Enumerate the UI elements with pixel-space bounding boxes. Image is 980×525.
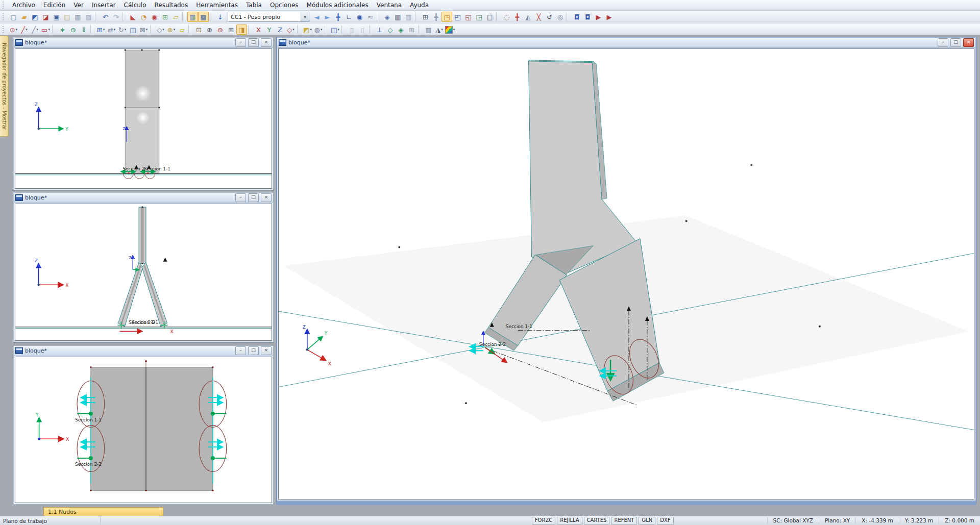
settings-icon[interactable]: ◎ [555, 12, 566, 22]
view-isometric-icon[interactable]: ◇▾ [285, 24, 296, 35]
minimize-button[interactable]: – [938, 38, 948, 47]
zoom-in-icon[interactable]: ⊕ [204, 24, 215, 35]
minimize-button[interactable]: – [235, 38, 246, 47]
zoom-out-icon[interactable]: ⊖ [215, 24, 226, 35]
result-grid-icon[interactable]: ▦ [403, 12, 414, 22]
measure-icon[interactable]: ∟ [344, 12, 354, 22]
menu-calculo[interactable]: Cálculo [120, 1, 151, 10]
tables-toggle-icon[interactable]: ▦ [187, 12, 198, 22]
new-window-icon[interactable]: ▱ [170, 12, 181, 22]
maximize-button[interactable]: □ [248, 346, 259, 355]
stretch-object-icon[interactable]: ⊠▾ [138, 24, 149, 35]
menu-archivo[interactable]: Archivo [8, 1, 39, 10]
maximize-button[interactable]: □ [248, 38, 259, 47]
pan-view-icon[interactable]: ⊞ [226, 24, 236, 35]
load-case-combobox[interactable]: CC1 - Peso propio ▾ [228, 12, 309, 22]
workplane-icon[interactable]: ◳ [442, 12, 452, 22]
view-along-x-icon[interactable]: X [253, 24, 264, 35]
save-icon[interactable]: ▣ [51, 12, 62, 22]
color-scale-icon[interactable]: ▾ [445, 24, 455, 35]
load-icon[interactable]: ⇓ [79, 24, 89, 35]
status-toggle-rejilla[interactable]: REJILLA [557, 517, 582, 524]
margins-icon[interactable]: ⊞ [406, 24, 417, 35]
insert-member-icon[interactable]: ╱▾ [30, 24, 40, 35]
crosshair-icon[interactable]: ╋ [512, 12, 523, 22]
solid-display-icon[interactable]: ◈ [396, 24, 406, 35]
window-title-bar[interactable]: bloque* – □ × [14, 193, 273, 203]
guides-icon[interactable]: ▤ [484, 12, 495, 22]
model-canvas-isometric[interactable]: Z Y X Seccion 1-1 Seccion 2-2 [278, 48, 974, 499]
support-arcs[interactable] [123, 173, 155, 179]
run-forward-1-icon[interactable]: ▶ [593, 12, 604, 22]
connect-members-icon[interactable]: ◇▾ [155, 24, 166, 35]
spin-icon[interactable]: ↺ [544, 12, 555, 22]
calculation-icon[interactable]: ╋ [333, 12, 344, 22]
menu-resultados[interactable]: Resultados [151, 1, 192, 10]
view-bookmark-1-icon[interactable]: ◘ [572, 12, 582, 22]
run-forward-2-icon[interactable]: ▶ [604, 12, 615, 22]
maximize-button[interactable]: □ [248, 193, 259, 202]
chevron-down-icon[interactable]: ▾ [301, 12, 309, 21]
close-button[interactable]: × [261, 193, 272, 202]
comment-icon[interactable]: ▱ [177, 24, 187, 35]
close-button[interactable]: × [963, 38, 974, 47]
layers-icon[interactable]: ◍▾ [313, 24, 324, 35]
view-bookmark-2-icon[interactable]: ◘ [582, 12, 593, 22]
print-preview-icon[interactable]: ▧ [83, 12, 94, 22]
plane-xz-icon[interactable]: ◲ [474, 12, 484, 22]
status-toggle-gln[interactable]: GLN [639, 517, 655, 524]
visibility-icon[interactable]: ◩▾ [302, 24, 313, 35]
status-toggle-cartes[interactable]: CARTES [584, 517, 610, 524]
status-toggle-dxf[interactable]: DXF [657, 517, 673, 524]
undo-icon[interactable]: ↶ [100, 12, 111, 22]
copy-object-icon[interactable]: ⊞▾ [95, 24, 106, 35]
status-toggle-refent[interactable]: REFENT [611, 517, 637, 524]
move-object-icon[interactable]: ⇄▾ [106, 24, 117, 35]
view-along-z-icon[interactable]: Z [275, 24, 285, 35]
background-icon[interactable]: ▨ [423, 24, 434, 35]
model-canvas-elevation[interactable]: Z X Z X Seccion 2-2 Seccion 1-1 [15, 204, 272, 341]
display-mode-icon[interactable]: ◫▾ [330, 24, 340, 35]
axes-display-icon[interactable]: ⊥ [374, 24, 385, 35]
grid-icon[interactable]: ⊞ [420, 12, 431, 22]
model-canvas-plan[interactable]: Y X Seccion 1-1 Seccion 2-2 [15, 357, 272, 503]
menu-modulos-adicionales[interactable]: Módulos adicionales [303, 1, 373, 10]
result-values-icon[interactable]: ◈ [382, 12, 393, 22]
clip-view-icon[interactable]: ▯ [357, 24, 368, 35]
window-title-bar[interactable]: bloque* – □ × [14, 346, 273, 356]
rotate-object-icon[interactable]: ↻▾ [117, 24, 128, 35]
loadcase-icon[interactable]: ↓ [215, 12, 226, 22]
snap-icon[interactable]: ╋ [431, 12, 442, 22]
close-button[interactable]: × [261, 346, 272, 355]
rotate-view-icon[interactable]: ◉ [149, 12, 160, 22]
renumber-icon[interactable]: ⊕▾ [166, 24, 177, 35]
close-button[interactable]: × [261, 38, 272, 47]
mirror-object-icon[interactable]: ◫ [128, 24, 138, 35]
minimize-button[interactable]: – [235, 193, 246, 202]
menu-edicion[interactable]: Edición [39, 1, 69, 10]
slab-surface[interactable] [91, 367, 213, 490]
new-file-icon[interactable]: ▢ [8, 12, 19, 22]
new-model-icon[interactable]: ◣ [128, 12, 138, 22]
menu-ver[interactable]: Ver [69, 1, 88, 10]
open-file-icon[interactable]: ▰ [19, 12, 30, 22]
mirror-icon[interactable]: ◭ [523, 12, 533, 22]
zoom-icon[interactable]: ◔ [138, 12, 149, 22]
results-icon[interactable]: ◉ [354, 12, 365, 22]
hinge-icon[interactable]: ⊖ [68, 24, 79, 35]
maximize-button[interactable]: □ [950, 38, 961, 47]
insert-surface-icon[interactable]: ▭▾ [40, 24, 51, 35]
table-tab-nudos[interactable]: 1.1 Nudos [43, 507, 163, 516]
window-title-bar[interactable]: bloque* – □ × [277, 38, 975, 48]
lasso-select-icon[interactable]: ◌ [501, 12, 512, 22]
prev-loadcase-icon[interactable]: ◄ [311, 12, 322, 22]
open-model-red-icon[interactable]: ◪ [40, 12, 51, 22]
insert-line-icon[interactable]: ╱▾ [19, 24, 30, 35]
plane-display-icon[interactable]: ◇ [385, 24, 396, 35]
menu-insertar[interactable]: Insertar [88, 1, 120, 10]
status-toggle-forzc[interactable]: FORZC [532, 517, 555, 524]
print-icon[interactable]: ▥ [72, 12, 83, 22]
open-model-blue-icon[interactable]: ◩ [30, 12, 40, 22]
insert-view-icon[interactable]: ⊞ [160, 12, 170, 22]
column-front-face[interactable] [529, 61, 637, 274]
